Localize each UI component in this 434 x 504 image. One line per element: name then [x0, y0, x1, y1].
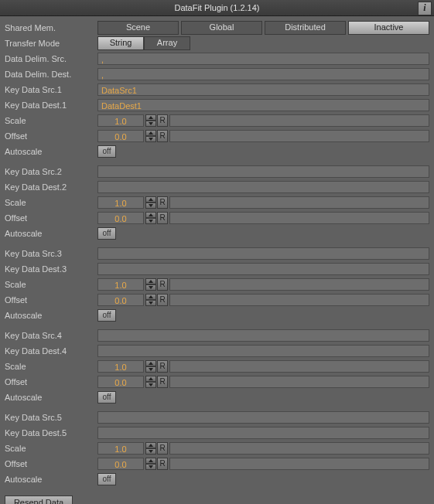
- offset-spin-down[interactable]: [145, 136, 156, 142]
- scale-spin-up[interactable]: [145, 196, 156, 203]
- offset-slider[interactable]: [169, 376, 429, 388]
- key-data-src-label: Key Data Src.5: [5, 413, 97, 422]
- key-data-dest-label: Key Data Dest.2: [5, 182, 97, 192]
- scale-spin-up[interactable]: [145, 278, 156, 284]
- scale-slider[interactable]: [169, 196, 429, 209]
- svg-marker-10: [149, 295, 153, 298]
- autoscale-toggle[interactable]: off: [97, 391, 116, 404]
- autoscale-toggle[interactable]: off: [97, 309, 116, 322]
- scale-spinner: [145, 114, 156, 127]
- shared-mem-scene[interactable]: Scene: [97, 21, 179, 35]
- offset-spin-up[interactable]: [145, 458, 156, 464]
- svg-marker-12: [149, 362, 153, 365]
- key-data-dest-input[interactable]: DataDest1: [97, 99, 429, 111]
- scale-spin-down[interactable]: [145, 121, 156, 127]
- info-button[interactable]: i: [418, 2, 432, 15]
- offset-input[interactable]: 0.0: [97, 458, 144, 470]
- offset-input[interactable]: 0.0: [97, 130, 144, 142]
- svg-marker-18: [149, 459, 153, 462]
- key-data-dest-input[interactable]: [97, 345, 429, 357]
- svg-marker-19: [149, 465, 153, 468]
- shared-mem-distributed[interactable]: Distributed: [265, 21, 346, 35]
- key-data-src-input[interactable]: [97, 329, 429, 342]
- key-data-src-input[interactable]: [97, 247, 429, 260]
- scale-input[interactable]: 1.0: [97, 278, 144, 291]
- shared-mem-global[interactable]: Global: [181, 21, 262, 35]
- window-title: DataFit Plugin (1.2.14): [174, 3, 259, 12]
- svg-marker-14: [149, 377, 153, 380]
- offset-input[interactable]: 0.0: [97, 294, 144, 306]
- key-data-dest-label: Key Data Dest.4: [5, 346, 97, 356]
- scale-reset-button[interactable]: R: [157, 196, 168, 209]
- scale-input[interactable]: 1.0: [97, 442, 144, 455]
- offset-reset-button[interactable]: R: [157, 130, 168, 142]
- svg-marker-1: [149, 122, 153, 125]
- scale-input[interactable]: 1.0: [97, 360, 144, 373]
- scale-input[interactable]: 1.0: [97, 196, 144, 209]
- scale-spinner: [145, 196, 156, 209]
- scale-spin-up[interactable]: [145, 360, 156, 366]
- key-data-dest-input[interactable]: [97, 181, 429, 193]
- offset-input[interactable]: 0.0: [97, 212, 144, 224]
- shared-mem-segmented: Scene Global Distributed Inactive: [97, 21, 429, 35]
- scale-slider[interactable]: [169, 114, 429, 127]
- offset-spin-down[interactable]: [145, 218, 156, 224]
- autoscale-toggle[interactable]: off: [97, 227, 116, 240]
- autoscale-toggle[interactable]: off: [97, 473, 116, 485]
- autoscale-toggle[interactable]: off: [97, 145, 116, 158]
- svg-marker-5: [149, 204, 153, 207]
- offset-reset-button[interactable]: R: [157, 212, 168, 224]
- scale-reset-button[interactable]: R: [157, 278, 168, 291]
- scale-slider[interactable]: [169, 442, 429, 455]
- scale-spin-up[interactable]: [145, 442, 156, 448]
- offset-slider[interactable]: [169, 212, 429, 224]
- offset-slider[interactable]: [169, 130, 429, 142]
- offset-spinner: [145, 212, 156, 224]
- offset-slider[interactable]: [169, 294, 429, 306]
- key-data-src-input[interactable]: DataSrc1: [97, 83, 429, 96]
- title-bar: DataFit Plugin (1.2.14) i: [0, 0, 434, 16]
- key-data-src-input[interactable]: [97, 165, 429, 178]
- shared-mem-inactive[interactable]: Inactive: [348, 21, 429, 35]
- scale-spin-down[interactable]: [145, 284, 156, 291]
- scale-spin-up[interactable]: [145, 114, 156, 121]
- transfer-mode-array[interactable]: Array: [144, 36, 190, 50]
- scale-reset-button[interactable]: R: [157, 360, 168, 373]
- offset-spin-down[interactable]: [145, 300, 156, 306]
- svg-marker-8: [149, 280, 153, 283]
- key-data-src-label: Key Data Src.3: [5, 249, 97, 258]
- key-data-src-label: Key Data Src.2: [5, 167, 97, 176]
- offset-reset-button[interactable]: R: [157, 458, 168, 470]
- scale-spin-down[interactable]: [145, 448, 156, 455]
- resend-data-button[interactable]: Resend Data: [5, 495, 73, 504]
- offset-reset-button[interactable]: R: [157, 376, 168, 388]
- key-data-dest-label: Key Data Dest.3: [5, 264, 97, 274]
- scale-input[interactable]: 1.0: [97, 114, 144, 127]
- offset-spin-down[interactable]: [145, 382, 156, 388]
- key-data-src-input[interactable]: [97, 411, 429, 424]
- scale-slider[interactable]: [169, 278, 429, 291]
- scale-spinner: [145, 360, 156, 373]
- offset-spin-up[interactable]: [145, 212, 156, 218]
- key-data-dest-input[interactable]: [97, 263, 429, 275]
- offset-reset-button[interactable]: R: [157, 294, 168, 306]
- svg-marker-0: [149, 116, 153, 119]
- offset-spin-up[interactable]: [145, 376, 156, 382]
- offset-spin-up[interactable]: [145, 294, 156, 300]
- scale-spin-down[interactable]: [145, 203, 156, 209]
- scale-slider[interactable]: [169, 360, 429, 373]
- scale-spin-down[interactable]: [145, 366, 156, 373]
- delim-src-label: Data Delim. Src.: [5, 54, 97, 63]
- scale-reset-button[interactable]: R: [157, 442, 168, 455]
- offset-spin-down[interactable]: [145, 464, 156, 470]
- offset-spin-up[interactable]: [145, 130, 156, 136]
- delim-dest-input[interactable]: ,: [97, 68, 429, 80]
- transfer-mode-string[interactable]: String: [97, 36, 144, 50]
- scale-reset-button[interactable]: R: [157, 114, 168, 127]
- offset-slider[interactable]: [169, 458, 429, 470]
- delim-src-input[interactable]: ,: [97, 53, 429, 65]
- offset-input[interactable]: 0.0: [97, 376, 144, 388]
- svg-marker-2: [149, 131, 153, 135]
- channels-container: Key Data Src.1 DataSrc1 Key Data Dest.1 …: [5, 83, 429, 492]
- key-data-dest-input[interactable]: [97, 427, 429, 439]
